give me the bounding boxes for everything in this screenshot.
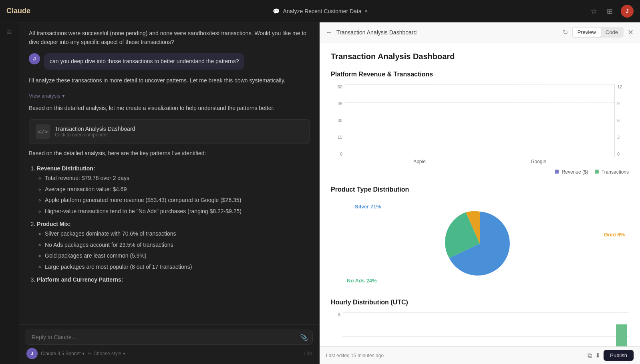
pattern-item: Large packages are most popular (8 out o… — [45, 262, 310, 272]
preview-main-title: Transaction Analysis Dashboard — [331, 52, 629, 61]
component-subtitle: Click to open component — [55, 132, 135, 138]
preview-close-button[interactable]: ✕ — [628, 28, 634, 37]
preview-footer-actions: ⧉ ⬇ Publish — [588, 350, 634, 361]
message-assistant-3: Based on this detailed analysis, let me … — [29, 104, 310, 112]
model-selector[interactable]: Claude 3.5 Sonnet ▾ — [41, 351, 85, 356]
h-bar-last — [616, 324, 627, 346]
bar-legend: Revenue ($) Transactions — [331, 169, 629, 175]
pattern-3-title: Platform and Currency Patterns: — [37, 276, 123, 283]
component-code-icon: </> — [36, 124, 50, 139]
download-button[interactable]: ⬇ — [595, 352, 600, 359]
hourly-chart-section: Hourly Distribution (UTC) 8 6 — [331, 299, 629, 346]
pie-label-gold: Gold 6% — [604, 232, 625, 238]
component-card[interactable]: </> Transaction Analysis Dashboard Click… — [29, 119, 310, 144]
component-title: Transaction Analysis Dashboard — [55, 126, 135, 132]
y-axis-left: 60 45 30 15 0 — [331, 84, 345, 164]
preview-refresh-button[interactable]: ↻ — [563, 28, 568, 36]
top-bar: Claude 💬 Analyze Recent Customer Data ▾ … — [0, 0, 640, 22]
bar-chart-section: Platform Revenue & Transactions 60 45 30… — [331, 71, 629, 175]
chat-input-area: 📎 J Claude 3.5 Sonnet ▾ ✏ Choose style ▾ — [19, 324, 319, 364]
bar-chart-title: Platform Revenue & Transactions — [331, 71, 629, 78]
message-assistant-1: All transactions were successful (none p… — [29, 29, 310, 47]
key-patterns: Revenue Distribution: Total revenue: $79… — [29, 164, 310, 285]
preview-panel-title: Transaction Analysis Dashboard — [336, 29, 559, 36]
bar-chart-area: 60 45 30 15 0 — [331, 84, 629, 164]
pattern-item: Total revenue: $79.78 over 2 days — [45, 174, 310, 183]
window-title: Analyze Recent Customer Data — [283, 8, 361, 14]
chat-panel: All transactions were successful (none p… — [19, 22, 320, 364]
attach-button[interactable]: 📎 — [300, 334, 308, 341]
left-sidebar: ☰ — [0, 22, 19, 364]
preview-footer: Last edited 15 minutes ago ⧉ ⬇ Publish — [320, 346, 640, 364]
title-chevron: ▾ — [365, 8, 367, 14]
legend-dot-transactions — [595, 170, 599, 174]
chat-footer: J Claude 3.5 Sonnet ▾ ✏ Choose style ▾ ↕… — [26, 348, 313, 359]
message-assistant-2: I'll analyze these transactions in more … — [29, 76, 310, 85]
hourly-bars — [343, 312, 629, 346]
user-message-avatar: J — [29, 53, 40, 64]
publish-button[interactable]: Publish — [604, 350, 634, 361]
legend-dot-revenue — [555, 170, 559, 174]
star-button[interactable]: ☆ — [589, 5, 599, 17]
app-logo: Claude — [6, 7, 30, 15]
pie-svg — [444, 208, 516, 280]
user-avatar: J — [621, 5, 634, 18]
view-analysis-button[interactable]: View analysis ▾ — [29, 91, 65, 100]
bottom-avatar: J — [26, 348, 38, 359]
pattern-item: Apple platform generated more revenue ($… — [45, 196, 310, 205]
hourly-chart-inner — [343, 312, 629, 346]
message-assistant-4: Based on the detailed analysis, here are… — [29, 149, 310, 158]
chat-input-wrapper: 📎 — [26, 330, 313, 345]
bar-chart-container: 60 45 30 15 0 — [331, 84, 629, 175]
pie-chart-section: Product Type Distribution Silver 71% Gol… — [331, 186, 629, 288]
pattern-1-title: Revenue Distribution: — [37, 165, 95, 172]
style-selector[interactable]: ✏ Choose style ▾ — [88, 351, 125, 356]
chat-footer-left: J Claude 3.5 Sonnet ▾ ✏ Choose style ▾ — [26, 348, 125, 359]
hourly-y-axis: 8 6 — [331, 312, 343, 346]
main-layout: ☰ All transactions were successful (none… — [0, 22, 640, 364]
message-user-1: J can you deep dive into those transacti… — [29, 53, 310, 70]
pattern-item: Silver packages dominate with 70.6% of t… — [45, 229, 310, 239]
pattern-item: Gold packages are least common (5.9%) — [45, 251, 310, 261]
top-bar-center: 💬 Analyze Recent Customer Data ▾ — [273, 8, 367, 14]
pie-chart-title: Product Type Distribution — [331, 186, 629, 193]
preview-back-button[interactable]: ← — [326, 29, 332, 36]
user-bubble: can you deep dive into those transaction… — [44, 53, 244, 70]
top-bar-right: ☆ ⊞ J — [589, 5, 634, 18]
preview-panel: ← Transaction Analysis Dashboard ↻ Previ… — [320, 22, 640, 364]
preview-content: Transaction Analysis Dashboard Platform … — [320, 42, 640, 346]
tab-preview[interactable]: Preview — [573, 28, 601, 37]
chat-icon: 💬 — [273, 8, 280, 14]
pattern-item: Higher-value transactions tend to be "No… — [45, 207, 310, 216]
pattern-item: Average transaction value: $4.69 — [45, 185, 310, 194]
component-info: Transaction Analysis Dashboard Click to … — [55, 126, 135, 138]
pie-label-noads: No Ads 24% — [347, 278, 377, 284]
bar-chart-grid — [345, 84, 615, 157]
bar-chart-inner: Apple Google — [345, 84, 615, 164]
chat-messages: All transactions were successful (none p… — [19, 22, 319, 324]
token-count: ↕ 34 — [303, 351, 312, 356]
bar-groups — [345, 84, 614, 157]
pattern-2-title: Product Mix: — [37, 221, 71, 227]
sidebar-toggle[interactable]: ☰ — [3, 26, 16, 38]
last-edited-text: Last edited 15 minutes ago — [326, 353, 384, 358]
hourly-chart-title: Hourly Distribution (UTC) — [331, 299, 629, 306]
copy-button[interactable]: ⧉ — [588, 352, 592, 359]
chat-input[interactable] — [26, 330, 313, 345]
y-axis-right: 12 9 6 3 0 — [615, 84, 629, 164]
preview-header: ← Transaction Analysis Dashboard ↻ Previ… — [320, 22, 640, 42]
hourly-chart-area: 8 6 — [331, 312, 629, 346]
bar-x-labels: Apple Google — [345, 159, 615, 164]
preview-tab-group: Preview Code — [572, 27, 624, 38]
tab-code[interactable]: Code — [601, 28, 623, 37]
pie-container: Silver 71% Gold 6% No Ads 24% — [331, 200, 629, 288]
pattern-item: No Ads packages account for 23.5% of tra… — [45, 240, 310, 250]
settings-button[interactable]: ⊞ — [605, 5, 614, 17]
pie-label-silver: Silver 71% — [355, 204, 381, 210]
